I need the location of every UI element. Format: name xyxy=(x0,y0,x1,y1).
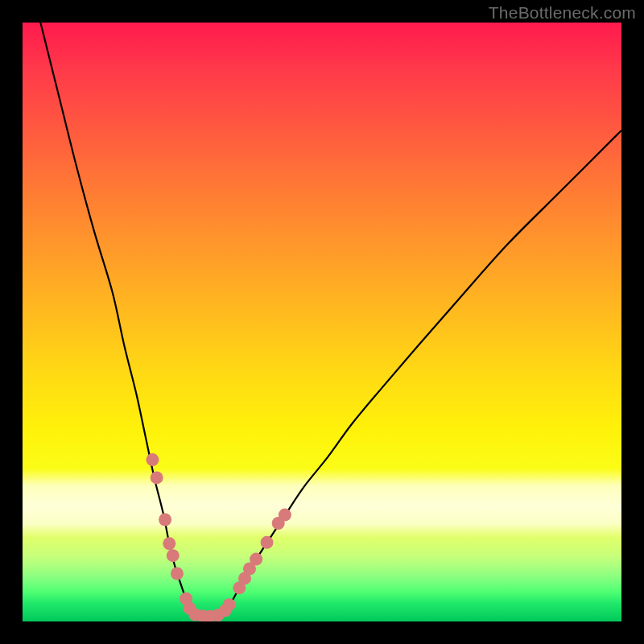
watermark-text: TheBottleneck.com xyxy=(489,3,636,23)
left-curve xyxy=(40,23,192,613)
marker-left-5 xyxy=(171,567,184,580)
marker-right-5 xyxy=(250,553,262,566)
marker-right-8 xyxy=(279,509,291,522)
right-curve xyxy=(223,130,621,613)
marker-right-1 xyxy=(223,598,236,611)
plot-area xyxy=(23,23,621,621)
marker-left-0 xyxy=(146,453,159,466)
marker-left-4 xyxy=(167,549,180,562)
marker-left-2 xyxy=(159,514,171,526)
marker-floor-3 xyxy=(212,609,225,621)
marker-left-3 xyxy=(163,537,175,550)
marker-group xyxy=(146,453,291,621)
curve-layer xyxy=(23,23,621,621)
chart-frame: TheBottleneck.com xyxy=(0,0,644,644)
marker-left-1 xyxy=(151,471,163,484)
marker-right-6 xyxy=(261,536,274,549)
